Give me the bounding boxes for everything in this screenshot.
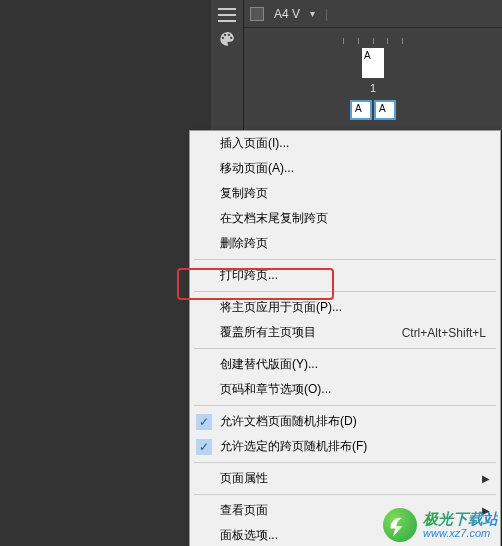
tool-sidebar (211, 0, 244, 130)
menu-label: 允许文档页面随机排布(D) (220, 413, 357, 430)
page-size-dropdown[interactable]: A4 V (270, 5, 304, 23)
menu-label: 复制跨页 (220, 185, 268, 202)
menu-divider (194, 259, 496, 260)
context-menu: 插入页面(I)... 移动页面(A)... 复制跨页 在文档末尾复制跨页 删除跨… (189, 130, 501, 546)
menu-page-section-options[interactable]: 页码和章节选项(O)... (190, 377, 500, 402)
ruler-marks (343, 38, 403, 46)
spread-page-left[interactable]: A (350, 100, 372, 120)
menu-create-alternate[interactable]: 创建替代版面(Y)... (190, 352, 500, 377)
menu-label: 创建替代版面(Y)... (220, 356, 318, 373)
menu-divider (194, 494, 496, 495)
menu-override-master[interactable]: 覆盖所有主页项目 Ctrl+Alt+Shift+L (190, 320, 500, 345)
menu-label: 覆盖所有主页项目 (220, 324, 316, 341)
menu-duplicate-spread[interactable]: 复制跨页 (190, 181, 500, 206)
menu-delete-spread[interactable]: 删除跨页 (190, 231, 500, 256)
pages-display: A 1 A A (244, 28, 502, 130)
palette-icon[interactable] (218, 30, 236, 48)
page-icon[interactable] (250, 7, 264, 21)
spread-thumb[interactable]: A A (350, 100, 396, 120)
menu-label: 在文档末尾复制跨页 (220, 210, 328, 227)
watermark-title: 极光下载站 (423, 511, 498, 528)
menu-label: 面板选项... (220, 527, 278, 544)
hamburger-icon[interactable] (218, 8, 236, 22)
menu-move-pages[interactable]: 移动页面(A)... (190, 156, 500, 181)
menu-divider (194, 462, 496, 463)
menu-label: 移动页面(A)... (220, 160, 294, 177)
spread-page-right[interactable]: A (374, 100, 396, 120)
pages-panel: A4 V ▾ | A 1 A A (244, 0, 502, 130)
menu-page-attributes[interactable]: 页面属性 ▶ (190, 466, 500, 491)
check-icon: ✓ (196, 414, 212, 430)
menu-allow-doc-shuffle[interactable]: ✓ 允许文档页面随机排布(D) (190, 409, 500, 434)
menu-allow-spread-shuffle[interactable]: ✓ 允许选定的跨页随机排布(F) (190, 434, 500, 459)
chevron-down-icon[interactable]: ▾ (310, 8, 315, 19)
watermark-url: www.xz7.com (423, 527, 498, 539)
menu-label: 打印跨页... (220, 267, 278, 284)
watermark-logo-icon (383, 508, 417, 542)
menu-label: 插入页面(I)... (220, 135, 289, 152)
menu-apply-master[interactable]: 将主页应用于页面(P)... (190, 295, 500, 320)
master-page-thumb[interactable]: A (362, 48, 384, 78)
keyboard-shortcut: Ctrl+Alt+Shift+L (402, 326, 486, 340)
menu-insert-pages[interactable]: 插入页面(I)... (190, 131, 500, 156)
menu-label: 允许选定的跨页随机排布(F) (220, 438, 367, 455)
menu-label: 将主页应用于页面(P)... (220, 299, 342, 316)
menu-divider (194, 405, 496, 406)
panel-toolbar: A4 V ▾ | (244, 0, 502, 28)
menu-label: 删除跨页 (220, 235, 268, 252)
menu-label: 页面属性 (220, 470, 268, 487)
menu-print-spread[interactable]: 打印跨页... (190, 263, 500, 288)
page-number-label: 1 (370, 82, 376, 94)
chevron-right-icon: ▶ (482, 473, 490, 484)
menu-label: 查看页面 (220, 502, 268, 519)
check-icon: ✓ (196, 439, 212, 455)
menu-divider (194, 291, 496, 292)
menu-label: 页码和章节选项(O)... (220, 381, 331, 398)
watermark-text: 极光下载站 www.xz7.com (423, 511, 498, 540)
menu-divider (194, 348, 496, 349)
watermark: 极光下载站 www.xz7.com (383, 508, 498, 542)
menu-duplicate-at-end[interactable]: 在文档末尾复制跨页 (190, 206, 500, 231)
